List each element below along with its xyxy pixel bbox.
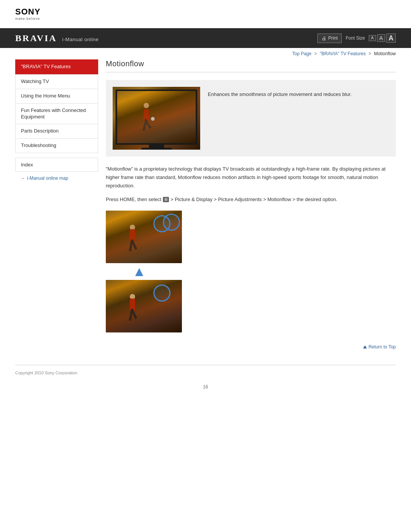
breadcrumb-current: Motionflow xyxy=(374,51,396,56)
before-bg xyxy=(106,211,182,263)
feature-box: Enhances the smoothness of picture movem… xyxy=(106,80,396,157)
print-label: Print xyxy=(328,35,338,41)
breadcrumb-top-page[interactable]: Top Page xyxy=(292,51,312,56)
main-layout: "BRAVIA" TV Features Watching TV Using t… xyxy=(0,59,411,365)
tv-frame xyxy=(116,89,198,150)
breadcrumb-sep-1: > xyxy=(314,51,318,56)
bravia-bar-right: 🖨 Print Font Size A A A xyxy=(317,34,396,43)
page-title: Motionflow xyxy=(106,59,396,72)
page-number: 16 xyxy=(0,380,411,397)
online-map-link[interactable]: → i-Manual online map xyxy=(15,172,98,181)
before-image xyxy=(106,211,182,263)
instruction-after: > Picture & Display > Picture Adjustment… xyxy=(170,195,338,204)
breadcrumb-sep-2: > xyxy=(368,51,372,56)
bravia-header-bar: BRAVIA i-Manual online 🖨 Print Font Size… xyxy=(0,28,411,48)
sidebar-item-watching-tv[interactable]: Watching TV xyxy=(15,74,98,89)
sidebar-item-index[interactable]: Index xyxy=(15,158,98,172)
tv-stand xyxy=(149,145,164,148)
after-bg xyxy=(106,280,182,332)
tv-base xyxy=(141,148,172,150)
sidebar-item-parts-description[interactable]: Parts Description xyxy=(15,124,98,139)
footer-copyright: Copyright 2010 Sony Corporation xyxy=(0,365,411,380)
after-overlay xyxy=(106,280,182,332)
bravia-logo: BRAVIA xyxy=(15,33,57,43)
screen-overlay xyxy=(117,91,196,143)
print-icon: 🖨 xyxy=(322,35,327,41)
imanual-subtitle: i-Manual online xyxy=(62,37,99,42)
body-paragraph: "Motionflow" is a proprietary technology… xyxy=(106,165,396,190)
bravia-bar-left: BRAVIA i-Manual online xyxy=(15,33,99,43)
sidebar-item-home-menu[interactable]: Using the Home Menu xyxy=(15,89,98,104)
instruction-text: Press HOME, then select ⊞ > Picture & Di… xyxy=(106,195,396,204)
tv-image xyxy=(113,87,200,150)
breadcrumb: Top Page > "BRAVIA" TV Features > Motion… xyxy=(0,48,411,59)
return-to-top-link[interactable]: Return to Top xyxy=(363,344,396,350)
after-image xyxy=(106,280,182,332)
logo-area: SONY make.believe xyxy=(0,0,411,24)
online-map-label: i-Manual online map xyxy=(27,176,68,181)
sony-logo: SONY xyxy=(15,7,396,17)
font-size-small-button[interactable]: A xyxy=(369,35,376,41)
content-area: Motionflow xyxy=(106,59,396,357)
breadcrumb-bravia-features[interactable]: "BRAVIA" TV Features xyxy=(320,51,366,56)
tv-screen-frame xyxy=(116,89,198,145)
font-size-medium-button[interactable]: A xyxy=(377,34,385,42)
return-top-label: Return to Top xyxy=(368,344,396,350)
instruction-before: Press HOME, then select xyxy=(106,195,161,204)
sony-tagline: make.believe xyxy=(15,17,396,21)
font-size-large-button[interactable]: A xyxy=(386,34,396,43)
home-icon: ⊞ xyxy=(163,197,169,202)
return-top-area: Return to Top xyxy=(106,340,396,357)
tv-screen-content xyxy=(117,91,196,143)
before-overlay xyxy=(106,211,182,263)
sidebar-item-troubleshooting[interactable]: Troubleshooting xyxy=(15,139,98,153)
print-button[interactable]: 🖨 Print xyxy=(317,34,342,43)
sidebar-item-bravia-tv-features[interactable]: "BRAVIA" TV Features xyxy=(15,59,98,74)
sidebar: "BRAVIA" TV Features Watching TV Using t… xyxy=(15,59,98,357)
font-size-label: Font Size xyxy=(346,35,365,41)
font-size-controls: A A A xyxy=(369,34,396,43)
triangle-up-icon xyxy=(363,345,367,348)
feature-description: Enhances the smoothness of picture movem… xyxy=(208,87,352,99)
up-arrow-icon: ▲ xyxy=(106,263,146,280)
sidebar-item-fun-features[interactable]: Fun Features with Connected Equipment xyxy=(15,104,98,125)
arrow-icon: → xyxy=(21,176,25,181)
comparison-area: ▲ xyxy=(106,211,396,332)
